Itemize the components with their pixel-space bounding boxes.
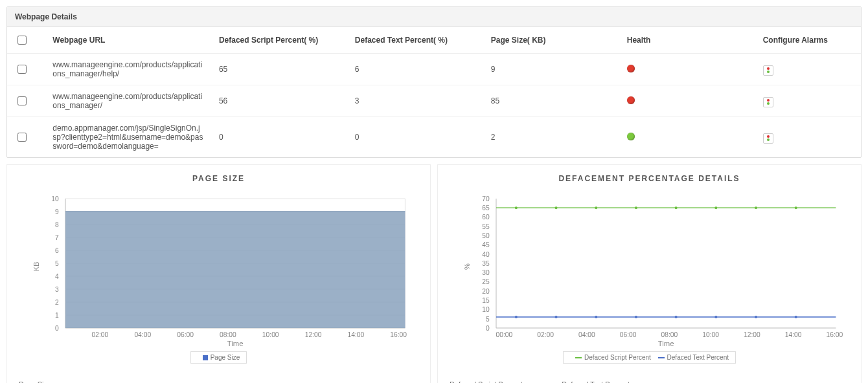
webpage-details-panel: Webpage Details Webpage URL Defaced Scri… xyxy=(6,6,862,158)
svg-text:15: 15 xyxy=(482,297,490,304)
row-checkbox[interactable] xyxy=(17,96,27,105)
column-script: Defaced Script Percent( %) xyxy=(211,27,347,54)
svg-point-64 xyxy=(595,316,597,318)
svg-text:06:00: 06:00 xyxy=(620,331,637,338)
svg-point-60 xyxy=(755,206,757,209)
cell-text: 3 xyxy=(347,85,483,117)
configure-alarm-button[interactable] xyxy=(763,65,773,76)
svg-text:Time: Time xyxy=(658,340,674,347)
page-size-chart-panel: PAGE SIZE 0 1 2 3 4 5 6 7 8 xyxy=(6,164,431,383)
svg-text:30: 30 xyxy=(482,269,490,276)
svg-point-66 xyxy=(675,316,678,318)
stat-script-percent: Defaced Script Percent 65 % xyxy=(450,380,523,383)
chart-title: PAGE SIZE xyxy=(19,174,418,183)
defacement-chart-panel: DEFACEMENT PERCENTAGE DETAILS 0 5 10 15 … xyxy=(437,164,862,383)
health-indicator-icon xyxy=(627,133,635,140)
svg-text:14:00: 14:00 xyxy=(347,331,364,338)
table-row: demo.appmanager.com/jsp/SingleSignOn.jsp… xyxy=(7,117,861,158)
cell-url: www.manageengine.com/products/applicatio… xyxy=(45,85,211,117)
svg-text:0: 0 xyxy=(55,325,59,332)
svg-text:10: 10 xyxy=(482,307,490,314)
svg-text:65: 65 xyxy=(482,204,490,212)
row-checkbox[interactable] xyxy=(17,65,27,74)
svg-text:20: 20 xyxy=(482,288,490,295)
svg-text:10: 10 xyxy=(51,195,59,202)
svg-text:00:00: 00:00 xyxy=(496,331,512,338)
svg-point-57 xyxy=(635,206,637,209)
configure-alarm-button[interactable] xyxy=(763,133,773,144)
svg-text:12:00: 12:00 xyxy=(305,331,322,338)
svg-point-69 xyxy=(795,316,797,318)
stat-text-percent: Defaced Text Percent 6 % xyxy=(562,380,630,383)
row-checkbox[interactable] xyxy=(17,133,27,142)
svg-text:Time: Time xyxy=(227,340,244,347)
table-row: www.manageengine.com/products/applicatio… xyxy=(7,85,861,117)
svg-point-56 xyxy=(595,206,597,209)
svg-text:10:00: 10:00 xyxy=(262,331,279,338)
svg-text:0: 0 xyxy=(486,325,490,332)
svg-text:45: 45 xyxy=(482,241,490,248)
svg-text:50: 50 xyxy=(482,232,490,239)
cell-url: demo.appmanager.com/jsp/SingleSignOn.jsp… xyxy=(45,117,211,158)
svg-point-54 xyxy=(515,206,518,209)
svg-text:12:00: 12:00 xyxy=(744,331,760,338)
svg-point-67 xyxy=(714,316,717,318)
svg-text:55: 55 xyxy=(482,223,490,230)
cell-size: 85 xyxy=(483,85,619,117)
svg-text:02:00: 02:00 xyxy=(537,331,554,338)
column-text: Defaced Text Percent( %) xyxy=(347,27,483,54)
svg-point-68 xyxy=(755,316,757,318)
svg-text:60: 60 xyxy=(482,214,490,221)
page-size-chart: 0 1 2 3 4 5 6 7 8 9 10 xyxy=(19,186,418,347)
svg-text:14:00: 14:00 xyxy=(785,331,802,338)
cell-text: 0 xyxy=(347,117,483,158)
column-check xyxy=(7,27,45,54)
svg-point-65 xyxy=(635,316,637,318)
svg-text:10:00: 10:00 xyxy=(702,331,719,338)
cell-size: 2 xyxy=(483,117,619,158)
svg-text:08:00: 08:00 xyxy=(220,331,236,338)
svg-text:9: 9 xyxy=(55,208,59,215)
svg-text:1: 1 xyxy=(55,312,59,319)
svg-point-63 xyxy=(554,316,557,318)
select-all-checkbox[interactable] xyxy=(17,36,27,45)
health-indicator-icon xyxy=(627,96,635,104)
svg-point-61 xyxy=(795,206,797,209)
svg-text:4: 4 xyxy=(55,273,59,280)
svg-text:%: % xyxy=(463,263,471,270)
cell-size: 9 xyxy=(483,54,619,85)
svg-point-62 xyxy=(515,316,518,318)
svg-text:6: 6 xyxy=(55,247,59,254)
svg-marker-24 xyxy=(65,212,405,328)
svg-text:08:00: 08:00 xyxy=(661,331,678,338)
cell-script: 56 xyxy=(211,85,347,117)
svg-text:04:00: 04:00 xyxy=(134,331,151,338)
svg-text:70: 70 xyxy=(482,195,490,202)
svg-text:KB: KB xyxy=(32,262,40,272)
svg-text:06:00: 06:00 xyxy=(177,331,194,338)
svg-text:7: 7 xyxy=(55,234,59,241)
chart-title: DEFACEMENT PERCENTAGE DETAILS xyxy=(450,174,849,183)
x-ticks: 02:00 04:00 06:00 08:00 10:00 12:00 14:0… xyxy=(92,331,407,338)
column-size: Page Size( KB) xyxy=(483,27,619,54)
svg-text:3: 3 xyxy=(55,286,59,293)
cell-url: www.manageengine.com/products/applicatio… xyxy=(45,54,211,85)
svg-text:16:00: 16:00 xyxy=(390,331,407,338)
svg-text:04:00: 04:00 xyxy=(578,331,595,338)
svg-text:35: 35 xyxy=(482,260,490,267)
panel-title: Webpage Details xyxy=(7,7,861,27)
configure-alarm-button[interactable] xyxy=(763,97,773,107)
chart-row: PAGE SIZE 0 1 2 3 4 5 6 7 8 xyxy=(6,164,862,383)
column-alarm: Configure Alarms xyxy=(755,27,861,54)
cell-script: 0 xyxy=(211,117,347,158)
svg-text:25: 25 xyxy=(482,279,490,286)
column-health: Health xyxy=(619,27,755,54)
stat-page-size: Page Size 9 KB xyxy=(19,380,51,383)
svg-text:8: 8 xyxy=(55,221,59,228)
webpage-details-table: Webpage URL Defaced Script Percent( %) D… xyxy=(7,27,861,157)
svg-point-58 xyxy=(675,206,678,209)
svg-text:16:00: 16:00 xyxy=(827,331,843,338)
chart-legend: Defaced Script Percent Defaced Text Perc… xyxy=(563,351,736,364)
svg-text:2: 2 xyxy=(55,299,59,306)
table-row: www.manageengine.com/products/applicatio… xyxy=(7,54,861,85)
